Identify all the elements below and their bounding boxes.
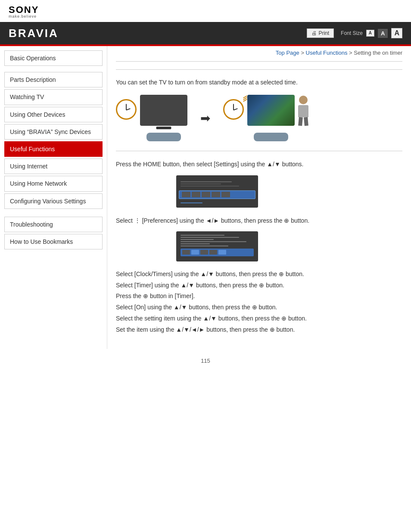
- sidebar-item-how-to-use[interactable]: How to Use Bookmarks: [4, 234, 103, 249]
- screenshot2-container: [176, 231, 402, 261]
- tv-off: [140, 95, 187, 126]
- sidebar-item-using-home-network[interactable]: Using Home Network: [4, 176, 103, 191]
- sidebar-item-basic-operations[interactable]: Basic Operations: [4, 50, 103, 66]
- illustration-row: ➡: [116, 95, 402, 141]
- tv-on: [247, 95, 295, 126]
- sidebar: Basic Operations Parts Description Watch…: [0, 46, 107, 349]
- screenshot2: [176, 231, 258, 261]
- top-divider: [116, 61, 402, 62]
- step1-text: Press the HOME button, then select [Sett…: [116, 159, 402, 170]
- step2-text: Select ⋮ [Preferences] using the ◄/► but…: [116, 215, 402, 226]
- step8-text: Set the item using the ▲/▼/◄/► buttons, …: [116, 325, 402, 335]
- screenshot1: [176, 175, 258, 208]
- active-clock-group: [223, 99, 244, 120]
- intro-text: You can set the TV to turn on from stand…: [116, 78, 402, 87]
- bravia-header: BRAVIA 🖨 Print Font Size A A A: [0, 22, 411, 44]
- arrow-icon: ➡: [200, 111, 210, 125]
- soundbar-off: [146, 133, 181, 141]
- mid-divider: [116, 151, 402, 151]
- alarm-rings: [243, 96, 247, 101]
- header-controls: 🖨 Print Font Size A A A: [307, 28, 402, 38]
- sidebar-item-useful-functions[interactable]: Useful Functions: [4, 141, 103, 157]
- sony-tagline: make.believe: [9, 15, 402, 19]
- sony-logo: SONY make.believe: [9, 5, 402, 19]
- tv-off-group: [140, 95, 187, 141]
- print-button[interactable]: 🖨 Print: [307, 28, 334, 38]
- clock-icon: [116, 99, 137, 120]
- screenshot1-container: [176, 175, 402, 208]
- page-number: 115: [201, 358, 210, 364]
- sidebar-item-parts-description[interactable]: Parts Description: [4, 72, 103, 87]
- font-medium-button[interactable]: A: [378, 29, 388, 38]
- font-size-label: Font Size: [341, 30, 363, 36]
- step6-text: Select [On] using the ▲/▼ buttons, then …: [116, 302, 402, 313]
- main-layout: Basic Operations Parts Description Watch…: [0, 46, 411, 349]
- top-bar: SONY make.believe: [0, 0, 411, 22]
- sony-brand: SONY: [9, 5, 402, 15]
- print-icon: 🖨: [311, 30, 317, 36]
- tv-on-group: [247, 95, 295, 141]
- step3-text: Select [Clock/Timers] using the ▲/▼ butt…: [116, 269, 402, 280]
- page-footer: 115: [0, 349, 411, 373]
- active-clock-icon: [223, 99, 244, 120]
- after-group: [223, 95, 308, 141]
- print-label: Print: [318, 30, 329, 36]
- before-group: [116, 95, 187, 141]
- sidebar-item-using-other-devices[interactable]: Using Other Devices: [4, 107, 103, 122]
- sidebar-item-watching-tv[interactable]: Watching TV: [4, 89, 103, 105]
- soundbar-on: [254, 133, 288, 141]
- breadcrumb: Top Page > Useful Functions > Setting th…: [116, 46, 402, 58]
- font-small-button[interactable]: A: [366, 30, 374, 37]
- sidebar-item-troubleshooting[interactable]: Troubleshooting: [4, 217, 103, 232]
- sidebar-item-configuring-settings[interactable]: Configuring Various Settings: [4, 193, 103, 209]
- steps-section: Select [Clock/Timers] using the ▲/▼ butt…: [116, 269, 402, 335]
- second-divider: [116, 69, 402, 70]
- font-large-button[interactable]: A: [391, 28, 402, 38]
- breadcrumb-useful-functions[interactable]: Useful Functions: [306, 50, 348, 56]
- breadcrumb-current: Setting the on timer: [354, 50, 402, 56]
- step7-text: Select the setting item using the ▲/▼ bu…: [116, 314, 402, 324]
- bravia-title: BRAVIA: [9, 27, 59, 40]
- content-area: Top Page > Useful Functions > Setting th…: [107, 46, 411, 349]
- breadcrumb-top-page[interactable]: Top Page: [276, 50, 299, 56]
- sidebar-item-using-bravia-sync[interactable]: Using “BRAVIA” Sync Devices: [4, 124, 103, 140]
- step5-text: Press the ⊕ button in [Timer].: [116, 291, 402, 302]
- person-figure: [298, 96, 308, 126]
- sidebar-item-using-internet[interactable]: Using Internet: [4, 159, 103, 174]
- step4-text: Select [Timer] using the ▲/▼ buttons, th…: [116, 280, 402, 291]
